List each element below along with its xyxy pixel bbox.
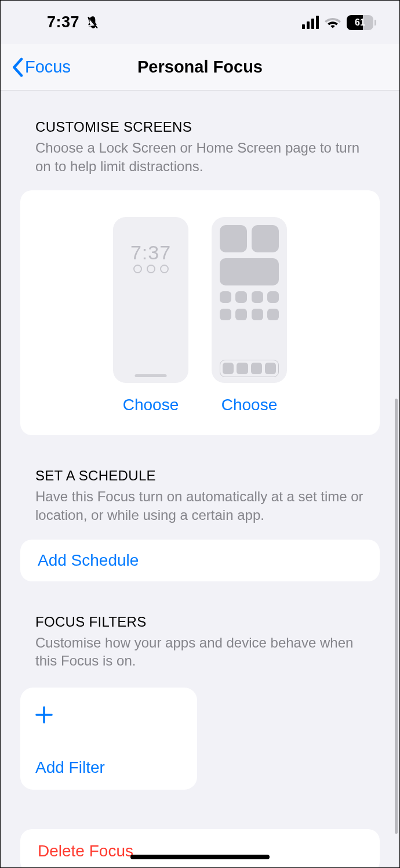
back-button[interactable]: Focus (1, 57, 71, 77)
add-filter-label: Add Filter (35, 758, 182, 777)
delete-focus-button[interactable]: Delete Focus (20, 829, 380, 867)
filters-caption: Customise how your apps and device behav… (35, 634, 365, 670)
schedule-caption: Have this Focus turn on automatically at… (35, 487, 365, 524)
navigation-bar: Focus Personal Focus (1, 44, 399, 91)
home-indicator[interactable] (130, 855, 270, 859)
filters-heading: FOCUS FILTERS (35, 614, 365, 630)
plus-icon (35, 704, 182, 727)
status-bar: 7:37 61 (1, 1, 399, 44)
schedule-card: Add Schedule (20, 540, 380, 581)
battery-percent: 61 (355, 17, 365, 28)
customise-caption: Choose a Lock Screen or Home Screen page… (35, 139, 365, 175)
add-filter-tile[interactable]: Add Filter (20, 688, 197, 790)
lock-screen-preview[interactable]: 7:37 (113, 217, 188, 383)
silent-icon (85, 15, 100, 30)
section-filters-header: FOCUS FILTERS Customise how your apps an… (1, 581, 399, 677)
section-customise-header: CUSTOMISE SCREENS Choose a Lock Screen o… (1, 91, 399, 182)
schedule-heading: SET A SCHEDULE (35, 468, 365, 484)
content-scroll[interactable]: CUSTOMISE SCREENS Choose a Lock Screen o… (1, 91, 399, 867)
customise-heading: CUSTOMISE SCREENS (35, 119, 365, 135)
choose-lock-screen-button[interactable]: Choose (123, 396, 179, 414)
section-schedule-header: SET A SCHEDULE Have this Focus turn on a… (1, 435, 399, 531)
lock-screen-dots-icon (113, 265, 188, 273)
scroll-indicator[interactable] (395, 399, 398, 834)
battery-icon: 61 (347, 15, 376, 30)
cellular-icon (302, 16, 319, 29)
back-label: Focus (25, 57, 71, 77)
chevron-left-icon (11, 57, 24, 77)
home-screen-preview[interactable] (212, 217, 287, 383)
lock-screen-time: 7:37 (113, 241, 188, 264)
wifi-icon (325, 16, 341, 29)
status-time: 7:37 (47, 13, 79, 31)
add-schedule-button[interactable]: Add Schedule (20, 540, 380, 581)
customise-screens-card: 7:37 Choose Choose (20, 190, 380, 435)
choose-home-screen-button[interactable]: Choose (221, 396, 278, 414)
delete-card: Delete Focus (20, 829, 380, 867)
